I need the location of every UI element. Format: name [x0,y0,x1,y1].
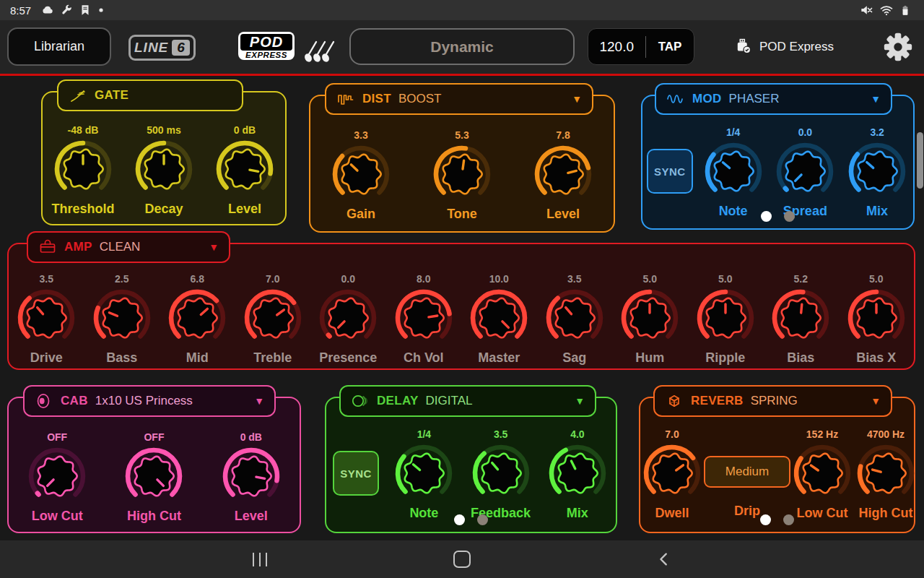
knob-value: -48 dB [68,124,99,137]
knob-bias[interactable]: 5.2Bias [769,273,832,366]
knob-ch-vol[interactable]: 8.0Ch Vol [392,273,456,366]
knob-tone[interactable]: 5.3Tone [430,129,494,222]
knob-label: Bias [787,350,814,366]
gate-header[interactable]: GATE [57,79,243,111]
panel-title: CAB [61,394,88,408]
chevron-down-icon[interactable]: ▼ [871,396,881,406]
panel-mod: MODPHASER▼SYNC1/4Note0.0Spread3.2Mix [641,95,915,230]
knob-value: 152 Hz [806,428,838,441]
tap-button[interactable]: TAP [646,40,694,54]
knob-value: 5.3 [455,129,468,142]
knob-level[interactable]: 7.8Level [531,129,595,222]
pod-express-logo: POD EXPRESS [238,32,295,60]
page-dots[interactable] [642,211,913,222]
amp-header[interactable]: AMPCLEAN▼ [27,231,230,263]
panel-subtitle: PHASER [729,92,780,106]
drip-value-button[interactable]: Medium [704,456,790,488]
wifi-icon [879,3,894,17]
panel-title: GATE [95,88,128,103]
page-dot-active[interactable] [760,514,771,525]
page-dot-active[interactable] [454,514,465,525]
bpm-value[interactable]: 120.0 [588,39,645,55]
librarian-button[interactable]: Librarian [7,27,111,66]
knob-sag[interactable]: 3.5Sag [543,273,606,366]
knob-ripple[interactable]: 5.0Ripple [694,273,757,366]
knob-decay[interactable]: 500 msDecay [132,124,196,217]
knob-mix[interactable]: 4.0Mix [546,428,609,521]
knob-gain[interactable]: 3.3Gain [329,129,393,222]
tempo-control[interactable]: 120.0 TAP [588,28,694,65]
scrollbar[interactable] [917,132,923,189]
knob-low-cut[interactable]: 152 HzLow Cut [790,428,854,521]
recents-button[interactable] [231,540,289,578]
knob-value: 0 dB [240,431,262,444]
knob-high-cut[interactable]: OFFHigh Cut [122,431,186,524]
chevron-down-icon[interactable]: ▼ [254,396,264,406]
page-dots[interactable] [326,514,616,525]
knob-dial [702,139,765,203]
chevron-down-icon[interactable]: ▼ [572,94,582,104]
knob-spread[interactable]: 0.0Spread [773,126,837,219]
page-dots[interactable] [640,514,914,525]
knob-value: 4.0 [570,428,584,441]
preset-selector[interactable]: Dynamic [349,28,575,65]
knob-level[interactable]: 0 dBLevel [219,431,283,524]
chevron-down-icon[interactable]: ▼ [209,242,219,252]
dist-header[interactable]: DISTBOOST▼ [325,83,593,115]
knob-high-cut[interactable]: 4700 HzHigh Cut [854,428,918,521]
line6-logo: LINE 6 [128,35,196,61]
knob-dial [854,441,918,505]
page-dot-active[interactable] [761,211,772,222]
knob-dial [531,142,595,206]
page-dot[interactable] [477,514,488,525]
knob-master[interactable]: 10.0Master [467,273,531,366]
knob-mix[interactable]: 3.2Mix [845,126,909,219]
knob-drive[interactable]: 3.5Drive [14,273,78,366]
mod-header[interactable]: MODPHASER▼ [655,83,892,115]
reverb-header[interactable]: REVERBSPRING▼ [653,385,892,417]
knob-label: Sag [562,350,586,366]
chevron-down-icon[interactable]: ▼ [871,94,881,104]
knob-dial [790,441,854,505]
knob-dial [316,286,380,350]
knob-value: 0.0 [341,273,355,286]
knob-bias-x[interactable]: 5.0Bias X [845,273,908,366]
knob-label: Hum [635,350,664,366]
knob-low-cut[interactable]: OFFLow Cut [25,431,89,524]
knob-note[interactable]: 1/4Note [392,428,456,521]
knob-hum[interactable]: 5.0Hum [618,273,681,366]
cab-header[interactable]: CAB1x10 US Princess▼ [23,385,276,417]
knob-mid[interactable]: 6.8Mid [165,273,229,366]
knob-label: Threshold [51,202,114,217]
chevron-down-icon[interactable]: ▼ [575,396,585,406]
page-dot[interactable] [784,211,795,222]
back-button[interactable] [635,540,693,578]
knob-note[interactable]: 1/4Note [702,126,765,219]
knob-dial [51,137,115,201]
knob-value: 5.0 [869,273,883,286]
knob-label: Tone [447,207,477,222]
cab-icon [35,392,53,410]
page-dot[interactable] [783,514,794,525]
knob-value: 1/4 [726,126,740,139]
knob-value: 10.0 [489,273,509,286]
knob-threshold[interactable]: -48 dBThreshold [51,124,115,217]
knob-label: Bass [106,350,137,366]
knob-treble[interactable]: 7.0Treble [241,273,305,366]
knob-feedback[interactable]: 3.5Feedback [469,428,533,521]
knob-level[interactable]: 0 dBLevel [213,124,276,217]
gear-icon[interactable] [882,31,914,63]
amp-icon [38,238,57,256]
knob-presence[interactable]: 0.0Presence [316,273,380,366]
sync-button[interactable]: SYNC [647,149,693,194]
knob-bass[interactable]: 2.5Bass [90,273,154,366]
home-button[interactable] [433,540,491,578]
knob-dial [769,286,832,350]
panel-subtitle: CLEAN [100,240,141,254]
device-status[interactable]: POD Express [735,33,834,61]
delay-header[interactable]: DELAYDIGITAL▼ [339,385,596,417]
sync-button[interactable]: SYNC [333,451,379,496]
selector-drip[interactable]: MediumDrip [704,428,790,519]
knob-dwell[interactable]: 7.0Dwell [640,428,704,521]
panel-gate: GATE-48 dBThreshold500 msDecay0 dBLevel [41,91,287,225]
